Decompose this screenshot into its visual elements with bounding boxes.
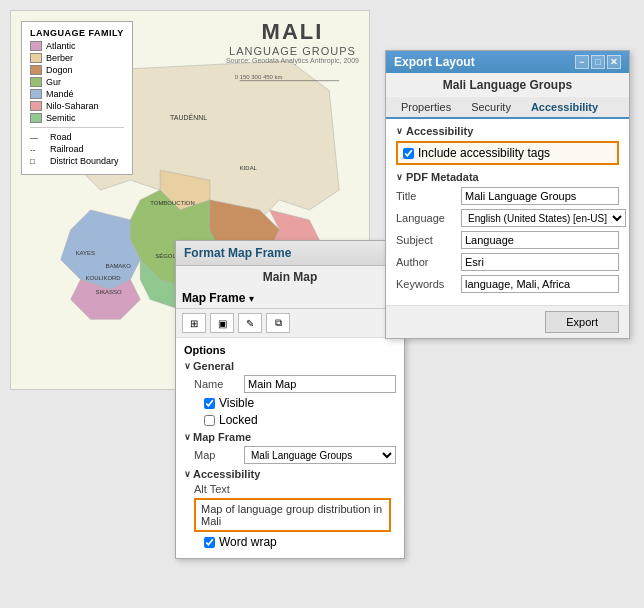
svg-text:SIKASSO: SIKASSO bbox=[96, 289, 123, 295]
svg-text:0   150   300       450 km: 0 150 300 450 km bbox=[235, 74, 283, 80]
svg-text:KOULIKORD: KOULIKORD bbox=[86, 275, 122, 281]
map-select[interactable]: Mali Language Groups bbox=[244, 446, 396, 464]
export-panel-title: Export Layout bbox=[394, 55, 475, 69]
tab-accessibility[interactable]: Accessibility bbox=[521, 97, 608, 119]
visible-checkbox[interactable] bbox=[204, 398, 215, 409]
author-row: Author bbox=[396, 253, 619, 271]
chevron-down-icon2: ∨ bbox=[184, 432, 191, 442]
map-title-sub: LANGUAGE GROUPS bbox=[226, 45, 359, 57]
alt-text-label: Alt Text bbox=[184, 483, 396, 495]
legend-label-gur: Gur bbox=[46, 77, 61, 87]
legend-label-atlantic: Atlantic bbox=[46, 41, 76, 51]
format-panel-header: Format Map Frame bbox=[176, 241, 404, 266]
legend-label-road: Road bbox=[50, 132, 72, 142]
legend-title: LANGUAGE FAMILY bbox=[30, 28, 124, 38]
export-layout-panel: Export Layout − □ ✕ Mali Language Groups… bbox=[385, 50, 630, 339]
title-input[interactable] bbox=[461, 187, 619, 205]
keywords-row: Keywords bbox=[396, 275, 619, 293]
pencil-icon[interactable]: ✎ bbox=[238, 313, 262, 333]
pdf-metadata-section: ∨ PDF Metadata Title Language English (U… bbox=[396, 171, 619, 293]
legend-boundary: □ District Boundary bbox=[30, 156, 124, 166]
mapframe-section-header: ∨ Map Frame bbox=[184, 431, 396, 443]
close-button[interactable]: ✕ bbox=[607, 55, 621, 69]
options-label: Options bbox=[184, 344, 396, 356]
alt-text-value[interactable]: Map of language group distribution in Ma… bbox=[194, 498, 391, 532]
subject-label: Subject bbox=[396, 234, 461, 246]
legend-label-railroad: Railroad bbox=[50, 144, 84, 154]
locked-row: Locked bbox=[184, 413, 396, 427]
accessibility-section-title: ∨ Accessibility bbox=[396, 125, 619, 137]
window-controls: − □ ✕ bbox=[575, 55, 621, 69]
map-frame-dropdown-row: Map Frame ▾ bbox=[176, 288, 404, 309]
layers-icon[interactable]: ⧉ bbox=[266, 313, 290, 333]
language-label: Language bbox=[396, 212, 461, 224]
frame-icon[interactable]: ▣ bbox=[210, 313, 234, 333]
format-panel-title: Format Map Frame bbox=[184, 246, 291, 260]
include-accessibility-row: Include accessibility tags bbox=[403, 146, 612, 160]
language-row: Language English (United States) [en-US] bbox=[396, 209, 619, 227]
author-input[interactable] bbox=[461, 253, 619, 271]
language-select[interactable]: English (United States) [en-US] bbox=[461, 209, 626, 227]
export-panel-header: Export Layout − □ ✕ bbox=[386, 51, 629, 73]
include-accessibility-checkbox[interactable] bbox=[403, 148, 414, 159]
svg-text:SÉGOU: SÉGOU bbox=[155, 253, 177, 259]
chevron-down-icon3: ∨ bbox=[184, 469, 191, 479]
legend-color-berber bbox=[30, 53, 42, 63]
legend-item-gur: Gur bbox=[30, 77, 124, 87]
format-panel-subtitle: Main Map bbox=[176, 266, 404, 288]
pdf-metadata-title-text: PDF Metadata bbox=[406, 171, 479, 183]
export-btn-row: Export bbox=[386, 305, 629, 338]
map-source: Source: Geodata Analytics Anthropic, 200… bbox=[226, 57, 359, 64]
legend-label-dogon: Dogon bbox=[46, 65, 73, 75]
svg-text:BAMAKO: BAMAKO bbox=[105, 263, 131, 269]
title-label: Title bbox=[396, 190, 461, 202]
name-row: Name bbox=[184, 375, 396, 393]
legend-label-mande: Mandé bbox=[46, 89, 74, 99]
legend-color-mande bbox=[30, 89, 42, 99]
map-frame-dropdown-arrow[interactable]: ▾ bbox=[249, 293, 254, 304]
legend-road: — Road bbox=[30, 132, 124, 142]
keywords-input[interactable] bbox=[461, 275, 619, 293]
chevron-down-icon5: ∨ bbox=[396, 172, 403, 182]
legend-lines: — Road -- Railroad □ District Boundary bbox=[30, 127, 124, 166]
title-row: Title bbox=[396, 187, 619, 205]
general-section-header: ∨ General bbox=[184, 360, 396, 372]
chevron-down-icon: ∨ bbox=[184, 361, 191, 371]
subject-input[interactable] bbox=[461, 231, 619, 249]
export-button[interactable]: Export bbox=[545, 311, 619, 333]
visible-row: Visible bbox=[184, 396, 396, 410]
map-legend: LANGUAGE FAMILY Atlantic Berber Dogon Gu… bbox=[21, 21, 133, 175]
alt-text-container: Map of language group distribution in Ma… bbox=[184, 498, 396, 532]
tab-properties[interactable]: Properties bbox=[391, 97, 461, 117]
svg-text:TAUDÉNNL: TAUDÉNNL bbox=[170, 113, 207, 121]
pdf-metadata-title: ∨ PDF Metadata bbox=[396, 171, 619, 183]
export-subtitle: Mali Language Groups bbox=[386, 73, 629, 97]
icon-toolbar: ⊞ ▣ ✎ ⧉ bbox=[176, 309, 404, 338]
railroad-symbol: -- bbox=[30, 145, 46, 154]
format-map-frame-panel: Format Map Frame Main Map Map Frame ▾ ⊞ … bbox=[175, 240, 405, 559]
minimize-button[interactable]: − bbox=[575, 55, 589, 69]
word-wrap-checkbox[interactable] bbox=[204, 537, 215, 548]
legend-item-atlantic: Atlantic bbox=[30, 41, 124, 51]
tab-security[interactable]: Security bbox=[461, 97, 521, 117]
include-accessibility-label: Include accessibility tags bbox=[418, 146, 550, 160]
mapframe-section-title: Map Frame bbox=[193, 431, 251, 443]
legend-color-atlantic bbox=[30, 41, 42, 51]
legend-item-mande: Mandé bbox=[30, 89, 124, 99]
road-symbol: — bbox=[30, 133, 46, 142]
legend-railroad: -- Railroad bbox=[30, 144, 124, 154]
maximize-button[interactable]: □ bbox=[591, 55, 605, 69]
grid-icon[interactable]: ⊞ bbox=[182, 313, 206, 333]
accessibility-section-header: ∨ Accessibility bbox=[184, 468, 396, 480]
name-input[interactable] bbox=[244, 375, 396, 393]
map-title-main: MALI bbox=[226, 19, 359, 45]
svg-text:KAYES: KAYES bbox=[76, 250, 95, 256]
legend-label-semitic: Semitic bbox=[46, 113, 76, 123]
svg-text:KIDAL: KIDAL bbox=[240, 165, 258, 171]
locked-checkbox[interactable] bbox=[204, 415, 215, 426]
legend-item-dogon: Dogon bbox=[30, 65, 124, 75]
legend-label-berber: Berber bbox=[46, 53, 73, 63]
legend-color-nilo bbox=[30, 101, 42, 111]
accessibility-section: ∨ Accessibility Include accessibility ta… bbox=[396, 125, 619, 165]
accessibility-title-text: Accessibility bbox=[406, 125, 473, 137]
